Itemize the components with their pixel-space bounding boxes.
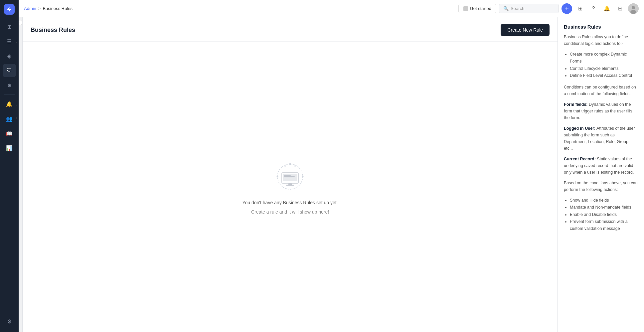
collapse-arrow-icon[interactable]: › [19,20,22,25]
svg-point-8 [284,165,286,167]
page-title: Business Rules [31,27,75,34]
svg-rect-10 [283,174,297,181]
sidebar-item-globe[interactable]: ⊕ [3,79,16,92]
users-icon: 👥 [6,116,13,122]
empty-state-text-secondary: Create a rule and it will show up here! [251,209,329,215]
bell-icon: 🔔 [6,101,13,107]
settings-icon: ⚙ [7,318,12,325]
search-placeholder: Search [511,6,524,11]
search-icon: 🔍 [503,6,509,11]
panel-collapse[interactable]: › [19,17,23,332]
get-started-button[interactable]: Get started [458,4,496,13]
avatar[interactable] [628,3,639,14]
conditions-heading: Conditions can be configured based on a … [564,84,638,97]
create-new-rule-button[interactable]: Create New Rule [501,24,550,36]
action-item-2: Mandate and Non-mandate fields [570,204,638,211]
right-panel-description: Business Rules allow you to define condi… [564,34,638,47]
logged-in-label: Logged in User: [564,126,595,131]
breadcrumb-admin[interactable]: Admin [24,6,36,11]
action-item-3: Enable and Disable fields [570,211,638,218]
apps-icon: ⊟ [618,5,622,12]
analytics-icon: ◈ [7,53,11,59]
sidebar-item-shield[interactable]: 🛡 [3,64,16,77]
topnav: Admin > Business Rules Get started 🔍 Sea… [19,0,644,17]
svg-point-4 [289,163,291,165]
svg-rect-13 [284,178,292,178]
get-started-label: Get started [470,6,491,11]
shield-icon: 🛡 [7,68,12,74]
sidebar-logo[interactable] [4,4,15,15]
content-wrapper: › Business Rules Create New Rule [19,17,644,332]
search-bar[interactable]: 🔍 Search [499,4,559,13]
current-record-section: Current Record: Static values of the und… [564,156,638,176]
help-button[interactable]: ? [588,3,599,14]
bell-dots: ⋮ [15,102,18,106]
help-icon: ? [592,6,595,12]
page-header: Business Rules Create New Rule [23,17,558,42]
page-main: Business Rules Create New Rule [23,17,558,332]
get-started-icon [463,6,468,11]
sidebar-item-forms[interactable]: ☰ ⋮ [3,35,16,48]
apps-button[interactable]: ⊟ [615,3,625,14]
sidebar-bottom: ⚙ [3,315,16,328]
users-dots: ⋮ [15,117,18,120]
action-item-4: Prevent form submission with a custom va… [570,218,638,233]
form-fields-label: Form fields: [564,102,588,107]
right-panel-bullets: Create more complex Dynamic Forms Contro… [564,51,638,79]
actions-heading: Based on the conditions above, you can p… [564,180,638,193]
form-fields-section: Form fields: Dynamic values on the form … [564,101,638,121]
svg-rect-11 [284,175,291,176]
svg-point-6 [277,176,278,178]
notifications-button[interactable]: 🔔 [601,3,612,14]
sidebar-item-settings[interactable]: ⚙ [3,315,16,328]
dashboard-icon: ⊞ [7,24,12,30]
sidebar: ⊞ ☰ ⋮ ◈ 🛡 ⊕ 🔔 ⋮ 👥 ⋮ 📖 📊 ⋮ ⚙ [0,0,19,332]
sidebar-item-chart[interactable]: 📊 ⋮ [3,141,16,155]
bullet-item-1: Create more complex Dynamic Forms [570,51,638,65]
current-record-label: Current Record: [564,157,596,161]
breadcrumb-separator: > [38,6,41,11]
empty-state: You don't have any Business Rules set up… [23,42,558,332]
right-panel: Business Rules Business Rules allow you … [558,17,644,332]
action-item-1: Show and Hide fields [570,197,638,204]
sidebar-divider-1 [4,94,15,95]
empty-state-text-primary: You don't have any Business Rules set up… [242,200,338,205]
sidebar-item-book[interactable]: 📖 [3,127,16,140]
sidebar-item-users[interactable]: 👥 ⋮ [3,112,16,125]
forms-icon: ☰ [7,38,12,45]
svg-point-7 [294,165,296,167]
svg-point-5 [302,176,304,178]
logged-in-section: Logged in User: Attributes of the user s… [564,125,638,152]
plus-icon: + [565,5,569,12]
main-wrapper: Admin > Business Rules Get started 🔍 Sea… [19,0,644,332]
sidebar-item-bell[interactable]: 🔔 ⋮ [3,97,16,111]
svg-point-2 [630,10,636,14]
sidebar-item-analytics[interactable]: ◈ [3,49,16,63]
book-icon: 📖 [6,130,13,137]
globe-icon: ⊕ [7,82,12,88]
forms-dots: ⋮ [15,40,18,43]
empty-state-illustration [270,160,310,193]
bullet-item-3: Define Field Level Access Control [570,72,638,79]
svg-point-1 [632,6,635,9]
topnav-actions: Get started 🔍 Search + ⊞ ? 🔔 ⊟ [458,3,639,14]
svg-rect-12 [284,176,295,177]
chart-dots: ⋮ [15,146,18,150]
breadcrumb: Admin > Business Rules [24,6,456,11]
plus-button[interactable]: + [562,3,572,14]
svg-rect-15 [286,185,294,186]
chart-icon: 📊 [6,145,13,151]
notifications-icon: 🔔 [603,5,610,12]
bullet-item-2: Control Lifecycle elements [570,65,638,72]
grid-icon: ⊞ [578,5,582,12]
breadcrumb-current: Business Rules [43,6,73,11]
right-panel-title: Business Rules [564,24,638,30]
sidebar-item-dashboard[interactable]: ⊞ [3,20,16,33]
grid-button[interactable]: ⊞ [575,3,585,14]
action-items-list: Show and Hide fields Mandate and Non-man… [564,197,638,232]
